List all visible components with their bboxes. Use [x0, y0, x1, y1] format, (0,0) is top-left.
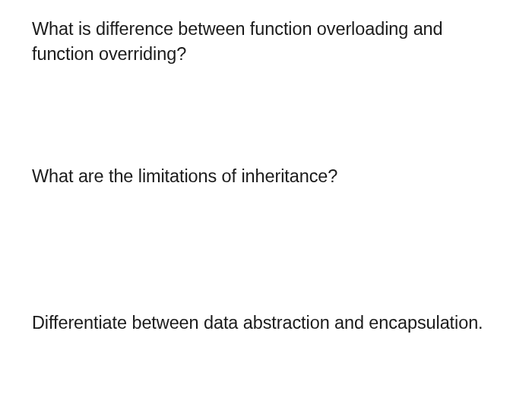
- question-1: What is difference between function over…: [32, 17, 505, 67]
- question-2: What are the limitations of inheritance?: [32, 164, 505, 189]
- question-3: Differentiate between data abstraction a…: [32, 311, 505, 336]
